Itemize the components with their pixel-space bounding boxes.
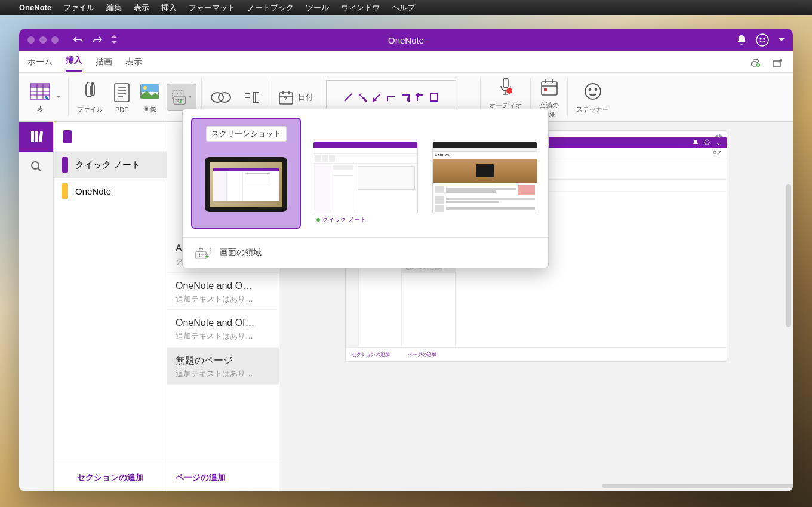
menu-window[interactable]: ウィンドウ: [341, 2, 380, 13]
ribbon-sticker[interactable]: ステッカー: [571, 73, 614, 121]
svg-point-38: [589, 89, 590, 91]
ribbon-file[interactable]: ファイル: [72, 73, 108, 121]
svg-point-0: [756, 34, 768, 46]
screen-region-option[interactable]: + 画面の領域: [183, 237, 548, 268]
undo-icon[interactable]: [73, 35, 84, 45]
vertical-scrollbar[interactable]: [786, 184, 791, 327]
tab-view[interactable]: 表示: [125, 57, 142, 72]
sections-panel: クイック ノート OneNote セクションの追加: [54, 122, 167, 491]
account-icon[interactable]: [756, 33, 769, 47]
svg-line-26: [345, 94, 352, 101]
app-name[interactable]: OneNote: [19, 3, 51, 12]
rail-notebooks[interactable]: [19, 122, 53, 152]
menu-file[interactable]: ファイル: [63, 2, 94, 13]
svg-rect-42: [38, 131, 42, 143]
svg-text:7: 7: [284, 97, 287, 103]
traffic-lights[interactable]: [27, 36, 59, 44]
svg-point-37: [585, 84, 601, 99]
notebook-header[interactable]: [54, 122, 167, 152]
section-onenote[interactable]: OneNote: [54, 178, 167, 204]
menu-format[interactable]: フォーマット: [189, 2, 235, 13]
svg-point-2: [764, 38, 765, 39]
window-title: OneNote: [388, 35, 424, 45]
bell-icon[interactable]: [737, 35, 746, 45]
chevron-down-icon[interactable]: [779, 38, 785, 42]
svg-point-18: [143, 86, 147, 90]
menu-insert[interactable]: 挿入: [161, 2, 177, 13]
nav-rail: [19, 122, 54, 491]
ribbon-table[interactable]: 表: [25, 73, 55, 121]
svg-line-44: [38, 168, 41, 171]
horizontal-scrollbar[interactable]: [602, 484, 793, 488]
svg-point-20: [219, 93, 230, 102]
sync-icon[interactable]: [749, 58, 761, 67]
svg-point-39: [595, 89, 596, 91]
svg-point-43: [32, 162, 39, 169]
svg-rect-46: [72, 132, 73, 134]
ribbon-tabs: ホーム 挿入 描画 表示: [19, 51, 793, 73]
svg-rect-40: [31, 131, 34, 142]
svg-rect-32: [542, 82, 557, 95]
svg-point-19: [211, 93, 223, 102]
svg-rect-45: [63, 130, 72, 143]
add-page-button[interactable]: ページの追加: [167, 463, 279, 491]
svg-rect-36: [544, 88, 547, 91]
ribbon-pdf[interactable]: PDF: [109, 73, 134, 121]
ribbon-screenshot-button[interactable]: +: [167, 84, 196, 111]
screenshot-option-selected[interactable]: スクリーンショット: [191, 118, 301, 229]
ribbon-picture[interactable]: 画像: [136, 73, 164, 121]
svg-rect-29: [430, 94, 438, 101]
tab-insert[interactable]: 挿入: [66, 55, 82, 72]
menu-notebook[interactable]: ノートブック: [247, 2, 294, 13]
macos-menubar: OneNote ファイル 編集 表示 挿入 フォーマット ノートブック ツール …: [0, 0, 812, 15]
ipad-preview-icon: [205, 157, 287, 212]
svg-point-1: [760, 38, 761, 39]
redo-icon[interactable]: [92, 35, 103, 45]
svg-point-49: [705, 140, 709, 145]
menu-edit[interactable]: 編集: [106, 2, 122, 13]
svg-rect-48: [72, 138, 73, 140]
add-section-button[interactable]: セクションの追加: [54, 463, 167, 491]
svg-rect-11: [115, 84, 129, 102]
camera-region-icon: +: [195, 247, 210, 259]
menu-tools[interactable]: ツール: [306, 2, 329, 13]
svg-rect-30: [503, 78, 508, 88]
page-untitled[interactable]: 無題のページ追加テキストはあり…: [167, 348, 279, 385]
titlebar: OneNote: [19, 29, 793, 51]
menu-help[interactable]: ヘルプ: [392, 2, 415, 13]
browser-preview-icon: AAPL Ch.: [432, 142, 537, 213]
page-onenote-1[interactable]: OneNote and O…追加テキストはあり…: [167, 273, 279, 311]
page-onenote-2[interactable]: OneNote and Of…追加テキストはあり…: [167, 310, 279, 348]
tab-home[interactable]: ホーム: [27, 57, 53, 72]
screenshot-label: スクリーンショット: [206, 126, 287, 142]
svg-point-31: [506, 88, 512, 94]
share-icon[interactable]: [773, 58, 783, 67]
screenshot-option-mac[interactable]: クイック ノート: [310, 118, 420, 229]
svg-rect-6: [30, 84, 50, 88]
mac-window-preview-icon: [313, 142, 418, 213]
rail-search[interactable]: [19, 152, 53, 182]
tab-draw[interactable]: 描画: [96, 57, 112, 72]
screenshot-option-web[interactable]: AAPL Ch.: [430, 118, 540, 229]
menu-view[interactable]: 表示: [134, 2, 149, 13]
quick-access: [73, 35, 117, 45]
svg-rect-41: [35, 131, 38, 142]
customize-icon[interactable]: [111, 35, 117, 44]
svg-rect-47: [72, 135, 73, 137]
dropdown-icon[interactable]: [56, 96, 61, 99]
screenshot-dropdown: スクリーンショット クイック ノート AAPL Ch. + 画面の領域: [182, 109, 549, 268]
section-quick-notes[interactable]: クイック ノート: [54, 152, 167, 178]
